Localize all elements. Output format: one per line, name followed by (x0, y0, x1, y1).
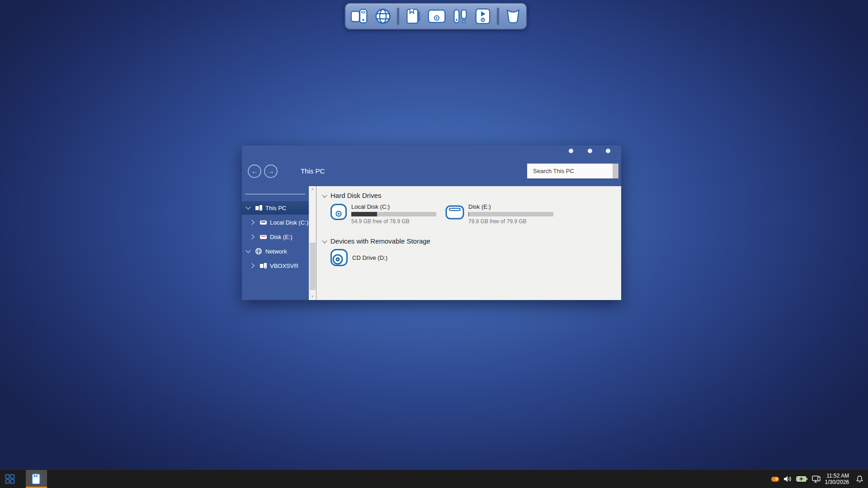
usage-bar-fill (351, 212, 377, 216)
taskbar: 11:52 AM 1/30/2026 (0, 470, 868, 488)
top-dock (344, 3, 527, 30)
book-library-icon[interactable] (405, 6, 422, 26)
chevron-down-icon (322, 193, 327, 198)
dock-divider (497, 8, 499, 25)
section-title: Devices with Removable Storage (330, 237, 430, 245)
maximize-button[interactable] (588, 149, 592, 153)
scroll-up-arrow[interactable]: ˄ (309, 186, 316, 193)
notifications-bell-icon[interactable] (856, 475, 863, 483)
vertical-scrollbar[interactable]: ˄ ˅ (309, 186, 316, 300)
desktop: { "dock": { "icons": ["computer", "globe… (0, 0, 868, 488)
display-device-icon[interactable] (812, 475, 821, 483)
file-explorer-window: ← → This PC Th (242, 145, 621, 300)
search-box (527, 164, 618, 178)
system-tray: 11:52 AM 1/30/2026 (771, 470, 868, 488)
drive-local-disk-c[interactable]: Local Disk (C:) 54.9 GB free of 78.9 GB (330, 203, 436, 225)
sidebar-item-label: Local Disk (C:) (270, 219, 308, 226)
content-pane: Hard Disk Drives Local Disk (C:) (316, 186, 621, 300)
taskbar-file-explorer[interactable] (26, 470, 47, 488)
scroll-down-arrow[interactable]: ˅ (309, 293, 316, 300)
sidebar-item-label: Network (265, 248, 287, 255)
drive-disk-e[interactable]: Disk (E:) 79.8 GB free of 79.9 GB (445, 203, 553, 225)
sidebar-item-vboxsvr[interactable]: VBOXSVR (242, 259, 309, 272)
usage-bar-fill (468, 212, 469, 216)
drive-icon (259, 219, 267, 226)
clock[interactable]: 11:52 AM 1/30/2026 (825, 473, 849, 485)
drive-label: Local Disk (C:) (351, 203, 436, 210)
cd-drive-icon (330, 249, 348, 267)
chevron-right-icon[interactable] (250, 234, 255, 239)
drive-label: Disk (E:) (468, 203, 553, 210)
sidebar-item-label: Disk (E:) (270, 234, 292, 240)
back-button[interactable]: ← (248, 164, 261, 178)
sidebar-separator (245, 194, 305, 194)
clock-time: 11:52 AM (825, 473, 849, 479)
section-title: Hard Disk Drives (330, 192, 382, 199)
dock-divider (397, 8, 399, 25)
computer-icon[interactable] (350, 6, 369, 26)
search-button[interactable] (613, 164, 618, 178)
battery-icon[interactable] (796, 475, 808, 483)
chevron-right-icon[interactable] (250, 220, 255, 225)
search-input[interactable] (527, 164, 613, 178)
section-hard-disk-drives[interactable]: Hard Disk Drives (316, 186, 621, 199)
drive-label: CD Drive (D:) (352, 254, 387, 261)
chevron-down-icon (322, 239, 327, 244)
close-button[interactable] (606, 149, 610, 153)
free-space-label: 54.9 GB free of 78.9 GB (351, 218, 436, 225)
chevron-right-icon[interactable] (250, 263, 255, 268)
clock-date: 1/30/2026 (825, 479, 849, 485)
globe-browser-icon[interactable] (374, 6, 392, 26)
network-globe-icon (255, 248, 263, 255)
sidebar-item-network[interactable]: Network (242, 244, 309, 258)
start-grid-icon (5, 474, 15, 484)
forward-button[interactable]: → (264, 164, 278, 178)
hard-drive-icon (445, 203, 464, 225)
drive-cd-d[interactable]: CD Drive (D:) (330, 249, 621, 267)
chevron-down-icon[interactable] (245, 205, 251, 211)
alerts-icon[interactable] (452, 6, 469, 26)
scroll-thumb[interactable] (310, 243, 316, 290)
hard-drive-icon (330, 203, 347, 225)
status-toggle-icon[interactable] (771, 477, 779, 482)
sidebar-item-disk-e[interactable]: Disk (E:) (242, 230, 309, 244)
chevron-down-icon[interactable] (245, 249, 251, 254)
pc-icon (255, 204, 263, 211)
sidebar-item-local-disk-c[interactable]: Local Disk (C:) (242, 216, 309, 229)
free-space-label: 79.8 GB free of 79.9 GB (468, 218, 553, 225)
trash-icon[interactable] (505, 6, 522, 26)
window-header: ← → This PC (242, 145, 621, 186)
section-removable-storage[interactable]: Devices with Removable Storage (316, 232, 621, 245)
usage-bar (468, 212, 553, 216)
minimize-button[interactable] (569, 149, 573, 153)
drive-icon (259, 233, 267, 240)
sidebar-item-this-pc[interactable]: This PC (242, 201, 309, 215)
sidebar-item-label: This PC (265, 205, 286, 211)
sidebar-item-label: VBOXSVR (270, 263, 298, 269)
volume-icon[interactable] (783, 475, 792, 483)
book-library-icon (30, 473, 43, 485)
location-label: This PC (301, 167, 325, 175)
start-button[interactable] (0, 470, 20, 488)
sidebar: This PC Local Disk (C:) (242, 186, 309, 300)
media-player-icon[interactable] (474, 6, 491, 26)
pc-icon (259, 262, 267, 269)
usage-bar (351, 212, 436, 216)
media-drive-icon[interactable] (427, 6, 446, 26)
